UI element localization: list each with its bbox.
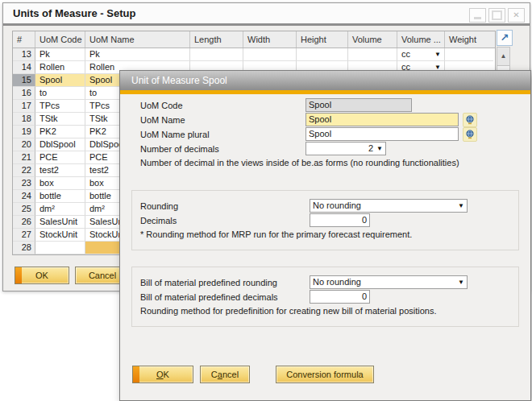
minimize-icon	[474, 17, 481, 19]
width-cell[interactable]	[243, 48, 297, 61]
row-number[interactable]: 15	[13, 74, 35, 87]
uom-name-cell[interactable]: Pk	[85, 48, 190, 61]
weight-cell[interactable]	[445, 48, 493, 61]
rounding-label: Rounding	[140, 200, 178, 213]
dialog-title: Unit of Measure Spool	[131, 71, 227, 90]
unit-of-measure-spool-dialog: Unit of Measure Spool UoM Code Spool UoM…	[119, 70, 531, 401]
column-header[interactable]: Volume	[348, 31, 397, 48]
row-number[interactable]: 18	[13, 113, 35, 126]
row-number[interactable]: 23	[13, 177, 35, 190]
table-row[interactable]: 13PkPkcc▼	[13, 48, 495, 61]
uom-code-cell[interactable]: bottle	[35, 190, 85, 203]
column-header[interactable]: UoM Code	[35, 31, 85, 48]
row-number[interactable]: 24	[13, 190, 35, 203]
globe-icon	[465, 130, 475, 139]
mrp-rounding-note: * Rounding method for MRP run for the pr…	[140, 229, 412, 239]
dialog-cancel-button[interactable]: Cancel	[200, 366, 250, 383]
column-header[interactable]: Weight	[445, 31, 493, 48]
column-header[interactable]: Length	[190, 31, 243, 48]
row-number[interactable]: 26	[13, 216, 35, 229]
row-number[interactable]: 28	[13, 242, 35, 254]
bom-rounding-label: Bill of material predefined rounding	[140, 276, 277, 289]
gold-accent-bar	[120, 90, 530, 94]
bom-decimals-field[interactable]: 0	[310, 290, 370, 304]
uom-name-plural-label: UoM Name plural	[140, 128, 210, 141]
chevron-down-icon: ▼	[458, 276, 464, 288]
globe-icon	[465, 115, 475, 125]
uom-code-cell[interactable]: test2	[35, 164, 85, 177]
uom-code-cell[interactable]: dm²	[35, 203, 85, 216]
chevron-down-icon: ▼	[434, 48, 441, 60]
uom-code-field: Spool	[305, 98, 412, 112]
row-number[interactable]: 20	[13, 138, 35, 151]
row-number[interactable]: 16	[13, 87, 35, 100]
uom-code-cell[interactable]: PCE	[35, 151, 85, 164]
column-header[interactable]: Volume ...	[397, 31, 445, 48]
volume-cell[interactable]	[348, 48, 397, 61]
column-header[interactable]: Width	[243, 31, 297, 48]
scroll-up-icon: ▲	[501, 52, 507, 60]
uom-code-cell[interactable]: Pk	[35, 48, 85, 61]
dialog-titlebar: Unit of Measure Spool	[120, 71, 530, 90]
uom-code-cell[interactable]: PK2	[35, 126, 85, 138]
uom-code-cell[interactable]: StockUnit	[35, 229, 85, 242]
row-number[interactable]: 22	[13, 164, 35, 177]
decimals-note: Number of decimal in the views inside of…	[140, 158, 459, 167]
number-of-decimals-label: Number of decimals	[140, 143, 219, 155]
uom-code-cell[interactable]: TStk	[35, 113, 85, 126]
uom-code-cell[interactable]: TPcs	[35, 100, 85, 113]
row-number[interactable]: 17	[13, 100, 35, 113]
uom-code-cell[interactable]: Spool	[35, 74, 85, 87]
minimize-button[interactable]	[469, 8, 486, 23]
row-number[interactable]: 25	[13, 203, 35, 216]
decimals-label: Decimals	[140, 214, 177, 227]
decimals-field[interactable]: 0	[310, 213, 370, 227]
row-number[interactable]: 14	[13, 61, 35, 74]
table-header-row: #UoM CodeUoM NameLengthWidthHeightVolume…	[13, 31, 495, 48]
main-titlebar: Units of Measure - Setup ✕	[3, 3, 530, 26]
window-controls: ✕	[469, 8, 525, 23]
length-cell[interactable]	[190, 48, 243, 61]
uom-code-cell[interactable]: DblSpool	[35, 138, 85, 151]
uom-code-cell[interactable]: Rollen	[35, 61, 85, 74]
volume-uom-value: cc	[401, 48, 410, 60]
focus-strip	[15, 267, 22, 283]
conversion-formula-button[interactable]: Conversion formula	[276, 366, 374, 383]
translate-button[interactable]	[463, 113, 477, 127]
bom-rounding-note: Rounding method for predefinition for cr…	[140, 306, 436, 316]
row-number[interactable]: 21	[13, 151, 35, 164]
height-cell[interactable]	[297, 48, 348, 61]
column-header[interactable]: Height	[297, 31, 348, 48]
uom-code-cell[interactable]: to	[35, 87, 85, 100]
close-icon: ✕	[513, 11, 519, 19]
uom-code-cell[interactable]	[35, 242, 85, 254]
uom-code-cell[interactable]: SalesUnit	[35, 216, 85, 229]
maximize-button[interactable]	[488, 8, 505, 23]
uom-name-label: UoM Name	[140, 114, 185, 126]
close-button[interactable]: ✕	[508, 8, 525, 23]
volume-uom-select[interactable]: cc▼	[397, 48, 445, 61]
dialog-ok-button[interactable]: OK	[132, 366, 193, 383]
chevron-down-icon: ▼	[458, 200, 464, 212]
maximize-icon	[492, 10, 502, 20]
uom-name-plural-field[interactable]: Spool	[305, 127, 459, 141]
window-title: Units of Measure - Setup	[13, 3, 135, 23]
column-header[interactable]: UoM Name	[85, 31, 190, 48]
row-number[interactable]: 27	[13, 229, 35, 242]
number-of-decimals-select[interactable]: 2 ▼	[305, 142, 386, 155]
rounding-select[interactable]: No rounding ▼	[310, 199, 468, 213]
translate-plural-button[interactable]	[463, 127, 477, 142]
uom-code-label: UoM Code	[140, 99, 183, 112]
row-number[interactable]: 13	[13, 48, 35, 61]
column-header[interactable]: #	[13, 31, 35, 48]
expand-arrow-icon: ↗	[501, 31, 509, 43]
row-number[interactable]: 19	[13, 126, 35, 138]
main-ok-button[interactable]: OK	[15, 267, 69, 284]
uom-name-field[interactable]: Spool	[305, 113, 459, 126]
scroll-up-button[interactable]: ▲	[497, 48, 509, 66]
expand-form-icon[interactable]: ↗	[497, 30, 513, 46]
bom-rounding-select[interactable]: No rounding ▼	[310, 275, 468, 289]
uom-code-cell[interactable]: box	[35, 177, 85, 190]
chevron-down-icon: ▼	[376, 143, 383, 155]
focus-strip	[133, 366, 139, 382]
